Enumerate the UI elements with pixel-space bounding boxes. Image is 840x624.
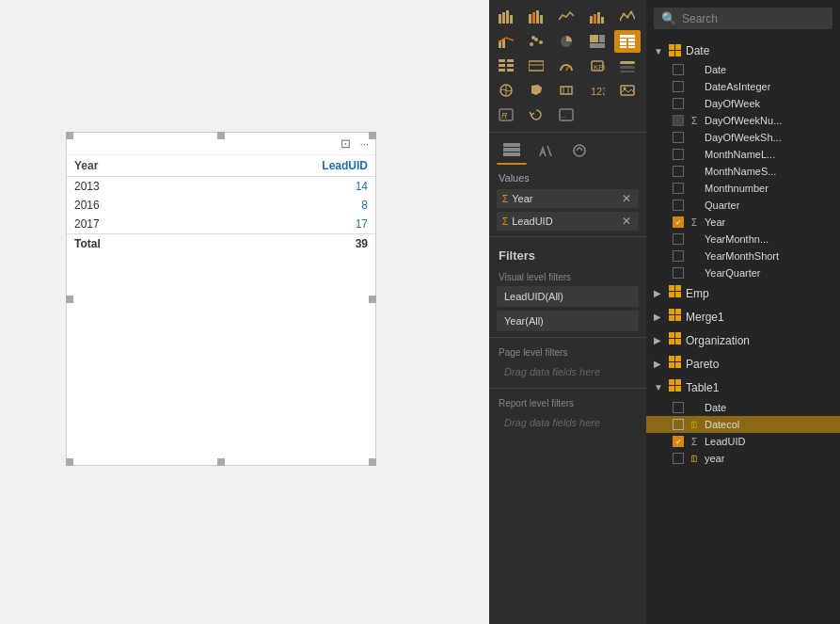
viz-kpi-icon[interactable]: KPI: [584, 55, 610, 77]
year-type-icon: Σ: [688, 217, 701, 228]
handle-left-mid[interactable]: [66, 296, 73, 303]
field-yearquarter[interactable]: YearQuarter: [646, 264, 840, 281]
viz-shape-map-icon[interactable]: [553, 79, 579, 102]
field-monthnames[interactable]: MonthNameS...: [646, 163, 840, 180]
viz-slicer-icon[interactable]: [614, 55, 641, 77]
viz-pie-icon[interactable]: [553, 30, 579, 53]
viz-line-icon[interactable]: [614, 6, 641, 28]
field-mn-text: Monthnumber: [705, 183, 769, 194]
field-datecol[interactable]: 🗓 Datecol: [646, 416, 840, 433]
group-table1-header[interactable]: ▼ Table1: [646, 376, 840, 399]
viz-map-icon[interactable]: [493, 79, 519, 102]
handle-bottom-right[interactable]: [369, 458, 376, 466]
field-monthnamel[interactable]: MonthNameL...: [646, 146, 840, 163]
svg-rect-29: [628, 39, 635, 41]
svg-rect-1: [502, 12, 505, 24]
field-dayofweek[interactable]: DayOfWeek: [646, 95, 840, 112]
format-tab[interactable]: [531, 138, 561, 165]
merge1-group-table-icon: [669, 309, 682, 325]
svg-rect-6: [536, 10, 539, 24]
handle-bottom-mid[interactable]: [217, 458, 225, 466]
svg-rect-26: [590, 43, 605, 48]
viz-number-icon[interactable]: 123: [584, 79, 610, 102]
viz-focus-btn[interactable]: ⊡: [338, 135, 354, 152]
handle-top-mid[interactable]: [217, 132, 225, 139]
datecol-check: [673, 419, 684, 430]
year-field-remove[interactable]: ✕: [620, 192, 633, 205]
viz-refresh-icon[interactable]: [523, 104, 549, 126]
field-year[interactable]: ✓ Σ Year: [646, 214, 840, 231]
search-bar[interactable]: 🔍: [654, 8, 832, 29]
svg-rect-72: [675, 309, 681, 314]
field-yearmonthn[interactable]: YearMonthn...: [646, 231, 840, 248]
svg-rect-85: [669, 386, 674, 392]
emp-group-table-icon: [669, 285, 682, 301]
group-merge1-header[interactable]: ▶ Merge1: [646, 305, 840, 328]
drop-zone-2: Drag data fields here: [497, 412, 639, 433]
year-field-row[interactable]: Σ Year ✕: [497, 189, 639, 208]
viz-treemap-icon[interactable]: [584, 30, 610, 53]
viz-custom-icon[interactable]: ...: [553, 104, 579, 126]
viz-scatter-icon[interactable]: [523, 30, 549, 53]
handle-top-left[interactable]: [66, 132, 73, 139]
viz-gauge-icon[interactable]: [553, 55, 579, 77]
viz-bar-icon[interactable]: [523, 6, 549, 28]
svg-rect-32: [620, 46, 626, 48]
handle-bottom-left[interactable]: [66, 458, 73, 466]
ms-check: [673, 166, 684, 177]
year-field-name: Year: [512, 193, 616, 204]
viz-table-selected-icon[interactable]: [614, 30, 641, 53]
org-group-table-icon: [669, 332, 682, 348]
handle-right-mid[interactable]: [369, 296, 376, 303]
filter-year[interactable]: Year(All): [497, 311, 639, 331]
field-date-text: Date: [705, 64, 726, 75]
group-emp-header[interactable]: ▶ Emp: [646, 281, 840, 305]
svg-rect-11: [601, 17, 604, 24]
viz-combo-icon[interactable]: [493, 30, 519, 53]
viz-r-icon[interactable]: R: [493, 104, 519, 126]
viz-column-icon[interactable]: [584, 6, 610, 28]
field-t1date-text: Date: [705, 402, 726, 413]
field-year-table1[interactable]: 🗓 year: [646, 450, 840, 467]
field-dayofweeknu[interactable]: Σ DayOfWeekNu...: [646, 112, 840, 129]
table-row: 2017 17: [67, 215, 375, 234]
fields-tab[interactable]: [497, 138, 527, 165]
svg-rect-27: [620, 35, 635, 38]
svg-rect-34: [499, 59, 505, 62]
svg-rect-5: [532, 12, 535, 24]
search-input[interactable]: [682, 12, 825, 25]
field-monthnumber[interactable]: Monthnumber: [646, 180, 840, 197]
svg-rect-28: [620, 39, 626, 41]
field-yearmonthshort[interactable]: YearMonthShort: [646, 248, 840, 264]
ymn-check: [673, 233, 684, 245]
viz-stacked-bar-icon[interactable]: [493, 6, 519, 28]
analytics-tab[interactable]: [564, 138, 594, 165]
leaduid-field-remove[interactable]: ✕: [620, 215, 633, 228]
viz-filled-map-icon[interactable]: [523, 79, 549, 102]
field-date[interactable]: Date: [646, 61, 840, 78]
dateasint-check: [673, 81, 684, 92]
field-table1-date[interactable]: Date: [646, 399, 840, 416]
field-quarter[interactable]: Quarter: [646, 197, 840, 214]
filter-leaduid[interactable]: LeadUID(All): [497, 286, 639, 307]
handle-top-right[interactable]: [369, 132, 376, 139]
field-dateasinteger[interactable]: DateAsInteger: [646, 78, 840, 95]
leaduid-type-icon: Σ: [688, 437, 701, 447]
svg-rect-74: [675, 315, 681, 321]
viz-card-icon[interactable]: [523, 55, 549, 77]
row-year-2013: 2013: [67, 177, 191, 197]
group-org-header[interactable]: ▶ Organization: [646, 328, 840, 352]
pareto-group-arrow: ▶: [654, 359, 665, 369]
field-dayofweeksh[interactable]: DayOfWeekSh...: [646, 129, 840, 146]
svg-rect-8: [590, 16, 593, 24]
t1date-check: [673, 402, 684, 413]
viz-area-icon[interactable]: [553, 6, 579, 28]
leaduid-field-row[interactable]: Σ LeadUID ✕: [497, 212, 639, 231]
svg-rect-82: [675, 362, 681, 368]
viz-matrix-icon[interactable]: [493, 55, 519, 77]
group-date-header[interactable]: ▼ Date: [646, 40, 840, 61]
group-pareto-header[interactable]: ▶ Pareto: [646, 352, 840, 376]
viz-image-icon[interactable]: [614, 79, 641, 102]
field-leaduid-table1[interactable]: ✓ Σ LeadUID: [646, 433, 840, 450]
svg-rect-66: [675, 51, 681, 56]
